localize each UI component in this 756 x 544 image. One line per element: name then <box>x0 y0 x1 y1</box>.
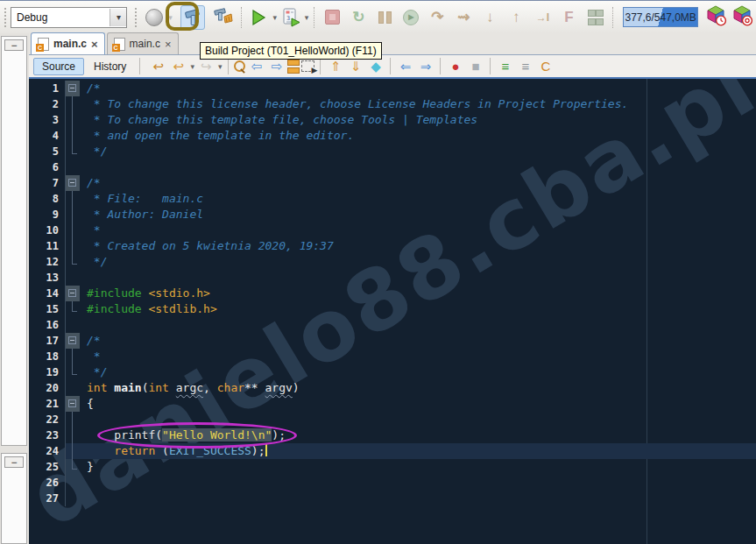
chevron-down-icon[interactable]: ▾ <box>272 13 277 22</box>
code-line-1[interactable]: 1/* <box>29 81 756 96</box>
line-number[interactable]: 25 <box>29 459 66 475</box>
find-next-icon[interactable]: ⇨ <box>267 58 286 75</box>
line-number[interactable]: 11 <box>29 238 66 254</box>
config-combobox[interactable]: Debug ▾ <box>11 7 127 28</box>
code-line-20[interactable]: 20int main(int argc, char** argv) <box>29 380 756 396</box>
tab-main.c-active[interactable]: Cmain.c× <box>31 32 105 54</box>
line-number[interactable]: 19 <box>29 364 66 380</box>
code-line-16[interactable]: 16 <box>29 317 756 333</box>
finish-debugger-icon[interactable] <box>325 10 340 25</box>
minimize-button[interactable]: − <box>4 456 24 468</box>
chevron-down-icon[interactable]: ▾ <box>190 62 194 71</box>
code-line-9[interactable]: 9 * Author: Daniel <box>29 207 756 223</box>
line-number[interactable]: 6 <box>29 159 66 175</box>
run-to-cursor-icon[interactable]: →I <box>536 11 549 24</box>
source-view-button[interactable]: Source <box>33 58 84 75</box>
last-edit-location-icon[interactable]: ↩ <box>149 58 167 75</box>
line-number[interactable]: 18 <box>29 349 66 364</box>
toolbar-grip[interactable] <box>133 6 138 29</box>
shift-right-icon[interactable]: ⇒ <box>416 58 435 75</box>
code-line-26[interactable]: 26 <box>29 475 756 491</box>
line-number[interactable]: 4 <box>29 128 66 144</box>
line-number[interactable]: 21 <box>29 396 66 412</box>
find-icon[interactable] <box>234 60 245 72</box>
line-number[interactable]: 10 <box>29 223 66 238</box>
code-line-10[interactable]: 10 * <box>29 223 756 238</box>
minimize-button[interactable]: − <box>4 39 24 51</box>
line-number[interactable]: 12 <box>29 254 66 270</box>
code-line-19[interactable]: 19 */ <box>29 364 756 380</box>
chevron-down-icon[interactable]: ▾ <box>218 62 223 71</box>
line-number[interactable]: 14 <box>29 286 66 301</box>
shift-left-icon[interactable]: ⇐ <box>396 58 414 75</box>
code-line-24[interactable]: 24 return (EXIT_SUCCESS); <box>29 443 756 459</box>
clean-build-button[interactable] <box>211 5 236 30</box>
debug-project-button[interactable]: 3 <box>279 5 303 30</box>
next-bookmark-icon[interactable]: ⇓ <box>346 58 364 75</box>
fold-collapse-icon[interactable] <box>66 81 80 96</box>
line-number[interactable]: 24 <box>29 443 66 459</box>
code-line-5[interactable]: 5 */ <box>29 144 756 159</box>
comment-icon[interactable]: ≡ <box>496 58 514 75</box>
code-line-15[interactable]: 15#include <stdlib.h> <box>29 301 756 317</box>
line-number[interactable]: 13 <box>29 270 66 286</box>
close-icon[interactable]: × <box>91 39 98 50</box>
fold-collapse-icon[interactable] <box>66 175 80 191</box>
rectangular-selection-icon[interactable]: ▶ <box>301 60 314 72</box>
line-number[interactable]: 22 <box>29 412 66 427</box>
fold-collapse-icon[interactable] <box>66 286 80 301</box>
code-line-27[interactable]: 27 <box>29 491 756 506</box>
code-line-6[interactable]: 6 <box>29 159 756 175</box>
tab-main.c[interactable]: Cmain.c× <box>107 32 179 54</box>
toggle-highlight-search-icon[interactable] <box>287 60 300 74</box>
fold-collapse-icon[interactable] <box>66 333 80 349</box>
line-number[interactable]: 17 <box>29 333 66 349</box>
back-icon[interactable]: ↩ <box>169 58 187 75</box>
chevron-down-icon[interactable]: ▾ <box>168 13 173 22</box>
code-line-13[interactable]: 13 <box>29 270 756 286</box>
line-number[interactable]: 2 <box>29 96 66 112</box>
code-line-21[interactable]: 21{ <box>29 396 756 412</box>
line-number[interactable]: 15 <box>29 301 66 317</box>
forward-icon[interactable]: ↪ <box>197 58 215 75</box>
step-out-icon[interactable]: ↑ <box>512 9 520 26</box>
line-number[interactable]: 3 <box>29 112 66 128</box>
code-line-2[interactable]: 2 * To change this license header, choos… <box>29 96 756 112</box>
line-number[interactable]: 1 <box>29 81 66 96</box>
line-number[interactable]: 8 <box>29 191 66 207</box>
start-macro-recording-icon[interactable]: ● <box>446 58 464 75</box>
debug-stack-icon[interactable] <box>588 10 602 25</box>
step-over-expression-icon[interactable]: ⇝ <box>457 8 470 26</box>
toolbar-grip[interactable] <box>3 6 8 29</box>
toggle-bookmark-icon[interactable]: ◆ <box>366 58 385 75</box>
find-previous-icon[interactable]: ⇦ <box>247 58 265 75</box>
code-line-3[interactable]: 3 * To change this template file, choose… <box>29 112 756 128</box>
code-line-8[interactable]: 8 * File: main.c <box>29 191 756 207</box>
line-number[interactable]: 27 <box>29 491 66 506</box>
code-line-17[interactable]: 17/* <box>29 333 756 349</box>
step-into-icon[interactable]: ↓ <box>486 9 494 26</box>
code-editor[interactable]: danielo88.cba.pl 1/*2 * To change this l… <box>29 79 756 544</box>
code-area[interactable]: 1/*2 * To change this license header, ch… <box>29 81 756 506</box>
previous-bookmark-icon[interactable]: ⇑ <box>326 58 344 75</box>
line-number[interactable]: 7 <box>29 175 66 191</box>
connect-button[interactable] <box>142 5 166 30</box>
apply-code-changes-icon[interactable]: F <box>564 9 573 26</box>
code-line-7[interactable]: 7/* <box>29 175 756 191</box>
history-view-button[interactable]: History <box>86 58 134 75</box>
pause-icon[interactable] <box>378 11 392 24</box>
run-project-button[interactable] <box>247 5 272 30</box>
profile-project-button[interactable] <box>706 5 727 29</box>
code-line-14[interactable]: 14#include <stdio.h> <box>29 286 756 301</box>
continue-icon[interactable]: ▶ <box>403 10 419 25</box>
step-over-icon[interactable]: ↷ <box>431 8 443 26</box>
memory-indicator[interactable]: 377,6/547,0MB <box>623 7 698 27</box>
build-project-button[interactable] <box>180 5 205 30</box>
line-number[interactable]: 16 <box>29 317 66 333</box>
code-line-12[interactable]: 12 */ <box>29 254 756 270</box>
line-number[interactable]: 20 <box>29 380 66 396</box>
chevron-down-icon[interactable]: ▾ <box>305 13 309 22</box>
code-line-25[interactable]: 25} <box>29 459 756 475</box>
code-line-18[interactable]: 18 * <box>29 349 756 364</box>
fold-collapse-icon[interactable] <box>66 396 80 412</box>
